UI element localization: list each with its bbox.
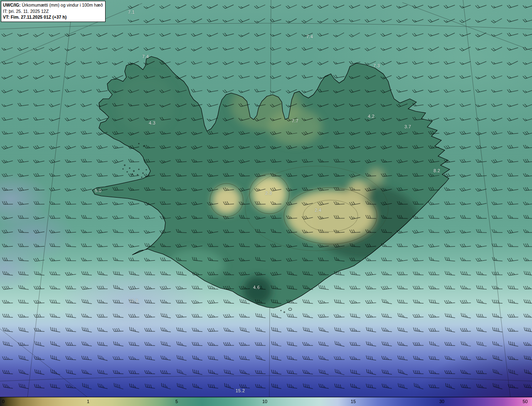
colorbar: 01510153050 [0,397,532,406]
map-title: Úrkomumætti (mm) og vindur i 100m hæð [21,2,103,7]
weather-map: 7.17.47.47.34.37.74.23.78.25.02.32.44.61… [0,0,532,406]
legend-box: UWC/IG: Úrkomumætti (mm) og vindur i 100… [1,1,106,22]
colorbar-tick-10: 10 [262,399,267,404]
colorbar-tick-30: 30 [439,399,444,404]
model-name: UWC/IG: [3,2,21,7]
colorbar-ticks: 01510153050 [0,397,532,406]
init-time: IT: þri. 25. 11. 2025 12Z [3,8,103,15]
wind-barbs-layer [0,0,532,406]
map-title-line: UWC/IG: Úrkomumætti (mm) og vindur i 100… [3,2,103,8]
colorbar-tick-5: 5 [175,399,178,404]
colorbar-tick-0: 0 [2,399,5,404]
colorbar-tick-15: 15 [351,399,356,404]
colorbar-tick-1: 1 [87,399,89,404]
colorbar-tick-50: 50 [523,399,528,404]
valid-time: VT: Fim. 27.11.2025 01Z (+37 h) [3,14,103,20]
